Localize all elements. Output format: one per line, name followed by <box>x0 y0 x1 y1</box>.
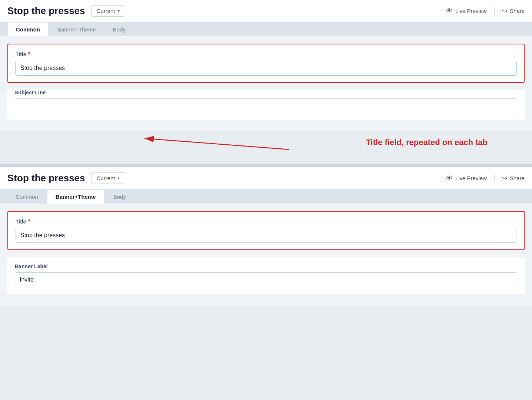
live-preview-label-1: Live Preview <box>455 8 487 14</box>
tab-common-2[interactable]: Common <box>7 190 46 204</box>
tab-bar-1: Common Banner+Theme Body <box>0 22 532 36</box>
app-container: Stop the presses Current ▾ 👁 Live Previe… <box>0 0 532 305</box>
tab-body-2[interactable]: Body <box>105 190 134 204</box>
live-preview-button-2[interactable]: 👁 Live Preview <box>446 175 487 182</box>
content-area-2: Title * Banner Label <box>0 204 532 305</box>
header-divider-1 <box>494 7 495 15</box>
version-dropdown-1[interactable]: Current ▾ <box>91 5 125 17</box>
header-1: Stop the presses Current ▾ 👁 Live Previe… <box>0 0 532 22</box>
share-button-1[interactable]: ↪ Share <box>502 7 525 15</box>
annotation-area: Title field, repeated on each tab <box>0 131 532 164</box>
annotation-text: Title field, repeated on each tab <box>366 138 488 147</box>
title-section-1: Title * <box>7 44 525 83</box>
live-preview-button-1[interactable]: 👁 Live Preview <box>446 7 487 15</box>
panel-2: Stop the presses Current ▾ 👁 Live Previe… <box>0 167 532 305</box>
subject-section-1: Subject Line <box>7 90 525 120</box>
title-label-1: Title * <box>16 51 516 58</box>
title-section-2: Title * <box>7 211 525 250</box>
tab-banner-theme-1[interactable]: Banner+Theme <box>49 23 104 36</box>
tab-body-1[interactable]: Body <box>105 23 134 36</box>
title-input-2[interactable] <box>16 228 516 243</box>
version-dropdown-2[interactable]: Current ▾ <box>91 172 125 184</box>
tab-bar-2: Common Banner+Theme Body <box>0 189 532 204</box>
share-icon-2: ↪ <box>502 174 507 182</box>
version-label-1: Current <box>97 8 115 14</box>
subject-label-1: Subject Line <box>15 90 517 95</box>
svg-line-1 <box>144 138 289 149</box>
eye-icon-2: 👁 <box>446 175 453 182</box>
share-button-2[interactable]: ↪ Share <box>502 174 525 182</box>
header-2: Stop the presses Current ▾ 👁 Live Previe… <box>0 167 532 189</box>
panel-1: Stop the presses Current ▾ 👁 Live Previe… <box>0 0 532 131</box>
annotation-arrow <box>0 131 467 164</box>
tab-banner-theme-2[interactable]: Banner+Theme <box>47 189 104 204</box>
tab-common-1[interactable]: Common <box>7 22 49 36</box>
chevron-icon-2: ▾ <box>117 176 120 181</box>
banner-label-section: Banner Label <box>7 257 525 294</box>
required-star-title-2: * <box>28 218 30 225</box>
share-label-1: Share <box>510 8 525 14</box>
chevron-icon-1: ▾ <box>117 9 120 14</box>
banner-label-input[interactable] <box>15 272 517 287</box>
eye-icon-1: 👁 <box>446 7 453 15</box>
panel-separator <box>0 164 532 167</box>
page-title-2: Stop the presses <box>7 172 85 184</box>
title-input-1[interactable] <box>16 61 516 75</box>
share-icon-1: ↪ <box>502 7 507 15</box>
title-label-2: Title * <box>16 218 516 225</box>
required-star-title-1: * <box>28 51 30 58</box>
banner-label-label: Banner Label <box>15 263 517 269</box>
version-label-2: Current <box>97 175 115 181</box>
page-title-1: Stop the presses <box>7 5 85 17</box>
live-preview-label-2: Live Preview <box>455 175 487 181</box>
header-divider-2 <box>494 175 495 182</box>
content-area-1: Title * Subject Line <box>0 36 532 131</box>
share-label-2: Share <box>510 175 525 181</box>
subject-input-1[interactable] <box>15 98 517 113</box>
